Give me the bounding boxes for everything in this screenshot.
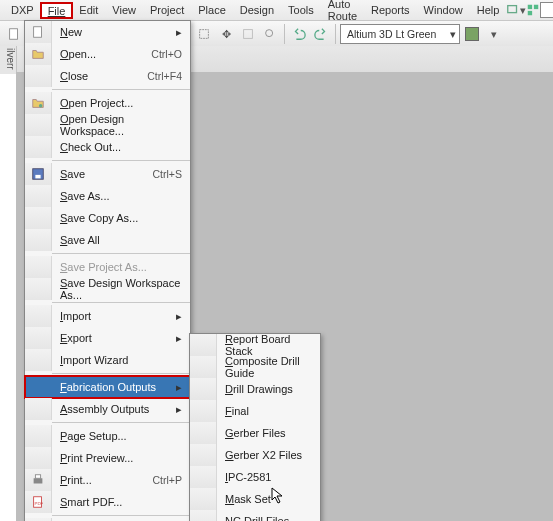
blank-icon (25, 349, 52, 371)
file-item-save-project-as-[interactable]: Save Project As... (25, 256, 190, 278)
file-item-save-as-[interactable]: Save As... (25, 185, 190, 207)
fab-item-final[interactable]: Final (190, 400, 320, 422)
blank-icon (190, 334, 217, 356)
fab-item-drill-drawings[interactable]: Drill Drawings (190, 378, 320, 400)
file-item-fabrication-outputs[interactable]: Fabrication Outputs▸ (25, 376, 190, 398)
menu-item-label: Fabrication Outputs (52, 381, 172, 393)
menu-item-label: Drill Drawings (217, 383, 320, 395)
fab-item-gerber-x2-files[interactable]: Gerber X2 Files (190, 444, 320, 466)
deselect-icon[interactable] (238, 24, 258, 44)
toolbar-layout-icon[interactable] (526, 0, 540, 20)
file-item-import[interactable]: Import▸ (25, 305, 190, 327)
menu-help[interactable]: Help (470, 2, 507, 18)
file-item-save-copy-as-[interactable]: Save Copy As... (25, 207, 190, 229)
svg-rect-15 (244, 30, 253, 39)
blank-icon (190, 510, 217, 521)
menu-item-label: Save All (52, 234, 190, 246)
menu-place[interactable]: Place (191, 2, 233, 18)
fab-item-ipc-2581[interactable]: IPC-2581 (190, 466, 320, 488)
file-item-open-design-workspace-[interactable]: Open Design Workspace... (25, 114, 190, 136)
blank-icon (25, 447, 52, 469)
fabrication-outputs-submenu: Report Board StackComposite Drill GuideD… (189, 333, 321, 521)
blank-icon (190, 466, 217, 488)
file-item-close[interactable]: CloseCtrl+F4 (25, 65, 190, 87)
blank-icon (25, 114, 52, 136)
menu-autoroute[interactable]: Auto Route (321, 0, 364, 24)
proj-icon (25, 92, 52, 114)
menu-file[interactable]: File (41, 3, 73, 18)
left-tab[interactable]: ilverr (0, 46, 17, 74)
svg-rect-22 (35, 475, 40, 479)
svg-point-16 (266, 30, 273, 37)
view-config-combo[interactable]: Altium 3D Lt Green ▾ (340, 24, 460, 44)
fab-item-report-board-stack[interactable]: Report Board Stack (190, 334, 320, 356)
menu-dxp[interactable]: DXP (4, 2, 41, 18)
menu-view[interactable]: View (105, 2, 143, 18)
file-item-new[interactable]: New▸ (25, 21, 190, 43)
svg-rect-0 (508, 6, 517, 13)
blank-icon (25, 425, 52, 447)
file-item-save[interactable]: SaveCtrl+S (25, 163, 190, 185)
svg-point-18 (39, 104, 43, 108)
blank-icon (190, 378, 217, 400)
blank-icon (25, 327, 52, 349)
redo-icon[interactable] (311, 24, 331, 44)
move-icon[interactable]: ✥ (216, 24, 236, 44)
menu-item-label: Page Setup... (52, 430, 190, 442)
chevron-down-icon: ▾ (450, 28, 456, 40)
shortcut-label: Ctrl+O (151, 48, 190, 60)
file-item-check-out-[interactable]: Check Out... (25, 136, 190, 158)
menu-project[interactable]: Project (143, 2, 191, 18)
print-icon (25, 469, 52, 491)
menu-tools[interactable]: Tools (281, 2, 321, 18)
combo-value: Altium 3D Lt Green (347, 28, 436, 40)
file-item-print-[interactable]: Print...Ctrl+P (25, 469, 190, 491)
file-item-save-all[interactable]: Save All (25, 229, 190, 251)
blank-icon (25, 305, 52, 327)
undo-icon[interactable] (289, 24, 309, 44)
fab-item-nc-drill-files[interactable]: NC Drill Files (190, 510, 320, 521)
menu-item-label: Import (52, 310, 172, 322)
menu-window[interactable]: Window (417, 2, 470, 18)
menu-item-label: Open... (52, 48, 151, 60)
file-item-print-preview-[interactable]: Print Preview... (25, 447, 190, 469)
new-icon[interactable] (4, 24, 24, 44)
file-item-open-project-[interactable]: Open Project... (25, 92, 190, 114)
menu-item-label: Save Copy As... (52, 212, 190, 224)
file-item-smart-pdf-[interactable]: PDFSmart PDF... (25, 491, 190, 513)
blank-icon (190, 422, 217, 444)
swatch-icon[interactable] (462, 24, 482, 44)
open-icon (25, 43, 52, 65)
blank-icon (25, 136, 52, 158)
menu-design[interactable]: Design (233, 2, 281, 18)
file-item-assembly-outputs[interactable]: Assembly Outputs▸ (25, 398, 190, 420)
file-menu: New▸Open...Ctrl+OCloseCtrl+F4Open Projec… (24, 20, 191, 521)
menu-item-label: Gerber X2 Files (217, 449, 320, 461)
file-item-export[interactable]: Export▸ (25, 327, 190, 349)
menu-item-label: Mask Set (217, 493, 320, 505)
menu-item-label: Check Out... (52, 141, 190, 153)
zoom-icon[interactable] (260, 24, 280, 44)
file-item-import-wizard[interactable]: Import Wizard (25, 349, 190, 371)
menu-item-label: Assembly Outputs (52, 403, 172, 415)
svg-rect-20 (35, 175, 40, 179)
svg-rect-4 (10, 29, 18, 40)
fab-item-gerber-files[interactable]: Gerber Files (190, 422, 320, 444)
menu-item-label: Export (52, 332, 172, 344)
file-item-page-setup-[interactable]: Page Setup... (25, 425, 190, 447)
save-icon (25, 163, 52, 185)
more-icon[interactable]: ▾ (484, 24, 504, 44)
file-item-save-design-workspace-as-[interactable]: Save Design Workspace As... (25, 278, 190, 300)
toolbar-window-icon[interactable] (506, 0, 520, 20)
menu-edit[interactable]: Edit (72, 2, 105, 18)
menu-reports[interactable]: Reports (364, 2, 417, 18)
fab-item-composite-drill-guide[interactable]: Composite Drill Guide (190, 356, 320, 378)
fab-item-mask-set[interactable]: Mask Set (190, 488, 320, 510)
toolbar-grid-icon[interactable] (540, 0, 553, 20)
select-icon[interactable] (194, 24, 214, 44)
svg-rect-17 (34, 27, 42, 38)
menu-item-label: Close (52, 70, 147, 82)
shortcut-label: Ctrl+S (153, 168, 190, 180)
file-item-open-[interactable]: Open...Ctrl+O (25, 43, 190, 65)
blank-icon (25, 185, 52, 207)
